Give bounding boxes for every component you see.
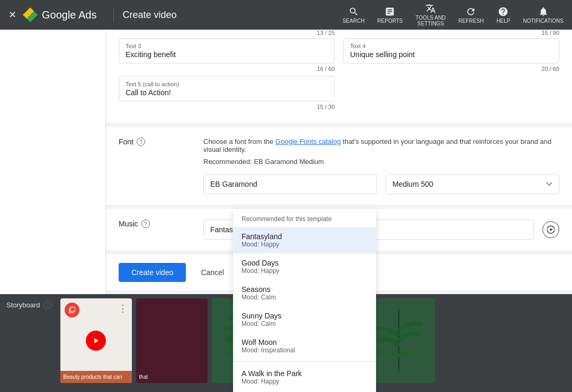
text3-group: 13 / 25 Text 3 16 / 60 xyxy=(119,30,335,72)
music-section: Music ? Fantasyland Recommende xyxy=(106,209,572,250)
text5-label: Text 5 (call to action) xyxy=(126,81,328,87)
text4-label: Text 4 xyxy=(350,43,552,49)
notifications-nav-label: NOTIFICATIONS xyxy=(523,18,564,24)
google-ads-logo-icon xyxy=(23,7,38,22)
dropdown-item-fantasyland[interactable]: Fantasyland Mood: Happy xyxy=(233,227,376,253)
text3-input[interactable] xyxy=(126,50,328,59)
text-field-row-2: Text 5 (call to action) 15 / 30 xyxy=(119,76,559,110)
text5-input[interactable] xyxy=(126,88,328,97)
music-play-button[interactable] xyxy=(542,221,559,238)
header-nav: SEARCH REPORTS TOOLS ANDSETTINGS REFRESH… xyxy=(343,3,564,26)
text4-bottom-counter: 20 / 60 xyxy=(343,66,559,72)
refresh-nav-item[interactable]: REFRESH xyxy=(459,6,484,24)
search-nav-label: SEARCH xyxy=(343,18,365,24)
font-help-icon[interactable]: ? xyxy=(137,138,145,146)
text3-label: Text 3 xyxy=(126,43,328,49)
dropdown-item-sunny-days[interactable]: Sunny Days Mood: Calm xyxy=(233,306,376,333)
notifications-nav-item[interactable]: NOTIFICATIONS xyxy=(523,6,564,24)
text3-bottom-counter: 16 / 60 xyxy=(119,66,335,72)
newsfeed-icon xyxy=(65,303,79,317)
font-recommended: Recommended: EB Garamond Medium xyxy=(203,158,559,166)
text3-top-counter: 13 / 25 xyxy=(119,30,335,36)
font-section-header: Font ? Choose a font from the Google Fon… xyxy=(119,138,559,194)
google-fonts-link[interactable]: Google Fonts catalog xyxy=(275,138,341,145)
reports-nav-item[interactable]: REPORTS xyxy=(377,6,403,24)
search-nav-item[interactable]: SEARCH xyxy=(343,6,365,24)
help-nav-item[interactable]: HELP xyxy=(496,6,510,24)
close-button[interactable]: ✕ xyxy=(8,9,16,21)
dropdown-item-seasons[interactable]: Seasons Mood: Calm xyxy=(233,280,376,306)
font-inputs: Medium 500 Thin 100 Light 300 Regular 40… xyxy=(203,174,559,194)
dropdown-item-walk-in-park[interactable]: A Walk in the Park Mood: Happy xyxy=(233,364,376,390)
font-weight-select[interactable]: Medium 500 Thin 100 Light 300 Regular 40… xyxy=(386,174,559,194)
text4-top-counter: 15 / 90 xyxy=(343,30,559,36)
font-section: Font ? Choose a font from the Google Fon… xyxy=(106,127,572,205)
dropdown-divider xyxy=(233,361,376,362)
svg-marker-1 xyxy=(550,228,553,231)
app-header: ✕ Google Ads Create video SEARCH REPORTS… xyxy=(0,0,572,30)
app-name: Google Ads xyxy=(42,9,96,21)
storyboard-item-menu[interactable]: ⋮ xyxy=(118,303,128,314)
storyboard-item-text: Beauty products that can xyxy=(64,374,129,380)
storyboard-help-icon[interactable]: ? xyxy=(43,300,52,309)
music-help-icon[interactable]: ? xyxy=(141,220,150,228)
cancel-button[interactable]: Cancel xyxy=(192,263,233,282)
text4-input[interactable] xyxy=(350,50,552,59)
storyboard-item-2-text: that xyxy=(139,374,204,380)
refresh-nav-label: REFRESH xyxy=(459,18,484,24)
storyboard-item-2[interactable]: that xyxy=(136,298,208,383)
storyboard-label: Storyboard ? xyxy=(6,298,52,309)
create-video-button[interactable]: Create video xyxy=(119,263,186,282)
help-nav-label: HELP xyxy=(496,18,510,24)
header-divider xyxy=(113,7,114,22)
reports-nav-label: REPORTS xyxy=(377,18,403,24)
font-name-input[interactable] xyxy=(203,174,377,194)
text-field-row-1: 13 / 25 Text 3 16 / 60 15 / 90 Text 4 20… xyxy=(119,30,559,72)
text4-field-wrapper[interactable]: Text 4 xyxy=(343,38,559,63)
tools-nav-item[interactable]: TOOLS ANDSETTINGS xyxy=(416,3,446,26)
dropdown-item-wolf-moon[interactable]: Wolf Moon Mood: Inspirational xyxy=(233,333,376,359)
app-logo: Google Ads xyxy=(23,7,96,22)
storyboard-item-overlay: Beauty products that can xyxy=(60,371,132,383)
text4-group: 15 / 90 Text 4 20 / 60 xyxy=(343,30,559,72)
storyboard-item-newsfeed[interactable]: ⋮ Beauty products that can Newsfeed xyxy=(60,298,132,383)
dropdown-header: Recommended for this template xyxy=(233,209,376,227)
music-dropdown: Recommended for this template Fantasylan… xyxy=(233,209,376,392)
font-section-content: Choose a font from the Google Fonts cata… xyxy=(203,138,559,194)
storyboard-item-2-overlay: that xyxy=(136,371,208,383)
font-section-label: Font ? xyxy=(119,138,193,146)
text3-field-wrapper[interactable]: Text 3 xyxy=(119,38,335,63)
dropdown-item-good-days[interactable]: Good Days Mood: Happy xyxy=(233,253,376,280)
text5-bottom-counter: 15 / 30 xyxy=(119,104,335,110)
text-fields-section: 13 / 25 Text 3 16 / 60 15 / 90 Text 4 20… xyxy=(106,30,572,123)
font-description: Choose a font from the Google Fonts cata… xyxy=(203,138,559,153)
music-section-label: Music ? xyxy=(119,220,193,228)
tools-nav-label: TOOLS ANDSETTINGS xyxy=(416,15,446,26)
play-button-icon[interactable] xyxy=(86,331,106,351)
page-title: Create video xyxy=(122,10,342,21)
text5-field-wrapper[interactable]: Text 5 (call to action) xyxy=(119,76,335,102)
text5-group: Text 5 (call to action) 15 / 30 xyxy=(119,76,335,110)
